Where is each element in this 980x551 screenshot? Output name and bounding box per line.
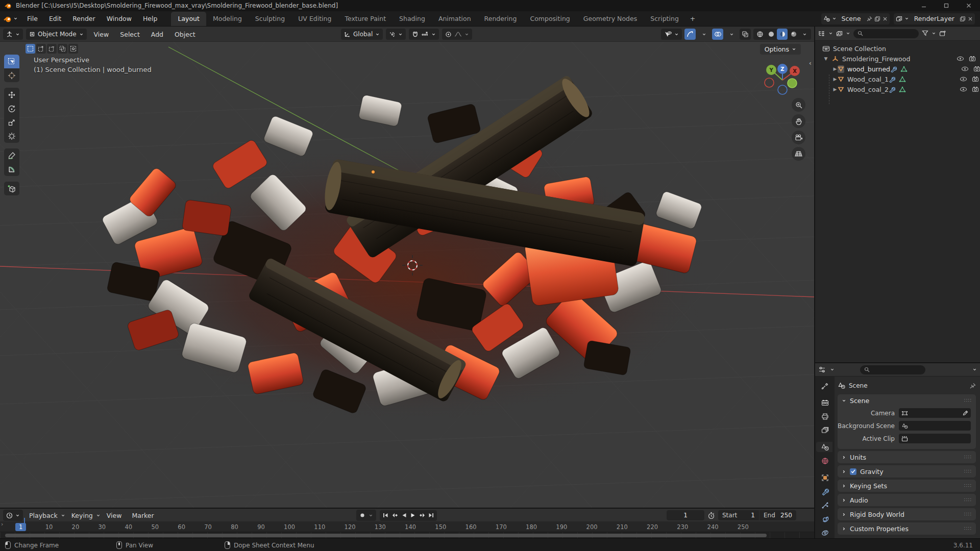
hide-eye-icon[interactable] (961, 66, 969, 72)
chevron-down-icon[interactable] (932, 31, 936, 36)
active-clip-field[interactable] (899, 434, 971, 443)
disable-render-camera-icon[interactable] (973, 66, 980, 72)
scene-collection-label[interactable]: Scene Collection (833, 45, 886, 53)
outliner-row-wood-coal-1[interactable]: ▶ Wood_coal_1 (815, 74, 980, 84)
menu-tl-view[interactable]: View (103, 510, 126, 521)
hide-eye-icon[interactable] (957, 56, 964, 62)
hide-eye-icon[interactable] (960, 76, 967, 82)
gravity-panel[interactable]: Gravity ········ (838, 465, 976, 478)
use-preview-range-stopwatch-icon[interactable] (707, 512, 715, 519)
scene-selector[interactable]: Scene (821, 13, 890, 24)
tool-add-cube[interactable] (4, 182, 19, 195)
modifier-wrench-icon[interactable] (889, 76, 895, 83)
rigid-body-world-panel[interactable]: Rigid Body World ········ (838, 508, 976, 520)
blender-app-menu-button[interactable] (0, 11, 21, 26)
minimize-button[interactable] (913, 0, 935, 11)
tool-measure[interactable] (4, 162, 19, 176)
gizmos-toggle[interactable] (684, 29, 696, 40)
timeline-editor-type-selector[interactable] (3, 510, 23, 521)
outliner-row-wood-burned[interactable]: ▶ wood_burned (815, 64, 980, 74)
select-mode-intersect-button[interactable] (68, 44, 78, 54)
unlink-scene-button[interactable] (883, 16, 888, 21)
tab-rendering[interactable]: Rendering (478, 12, 524, 26)
panel-grip[interactable]: ········ (964, 484, 972, 488)
collapse-arrow-icon[interactable]: ▼ (823, 56, 828, 61)
outliner-search-input[interactable] (866, 30, 915, 37)
remove-view-layer-button[interactable] (968, 16, 973, 21)
mode-selector[interactable]: Object Mode (26, 29, 87, 40)
menu-object[interactable]: Object (170, 29, 200, 40)
tool-transform[interactable] (4, 129, 19, 143)
mesh-data-icon[interactable] (899, 76, 906, 83)
snap-controls[interactable] (409, 29, 439, 40)
chevron-down-icon[interactable] (830, 367, 835, 372)
tab-render-properties[interactable] (817, 397, 832, 408)
tab-scene-properties[interactable] (817, 442, 832, 452)
menu-playback[interactable]: Playback (25, 510, 62, 521)
zoom-button[interactable] (792, 98, 805, 112)
gizmo-z-negative[interactable] (778, 85, 787, 94)
properties-options-dropdown[interactable] (972, 367, 977, 372)
tab-view-layer-properties[interactable] (817, 425, 832, 435)
disable-render-camera-icon[interactable] (969, 56, 976, 62)
select-mode-invert-button[interactable] (58, 44, 67, 54)
tab-animation[interactable]: Animation (432, 12, 478, 26)
navigation-gizmo[interactable]: Z Y X (757, 56, 803, 102)
tab-modifier-properties[interactable] (817, 487, 832, 497)
chevron-down-icon[interactable] (846, 31, 850, 36)
new-scene-button[interactable] (874, 16, 880, 22)
outliner-row-scene-collection[interactable]: Scene Collection (815, 43, 980, 54)
camera-field[interactable] (899, 408, 971, 418)
overlays-toggle[interactable] (712, 29, 723, 40)
display-mode-icon[interactable] (836, 30, 843, 37)
tool-rotate[interactable] (4, 102, 19, 115)
tab-geometry-nodes[interactable]: Geometry Nodes (577, 12, 644, 26)
properties-search-input[interactable] (872, 366, 921, 373)
outliner-editor-icon[interactable] (818, 30, 825, 37)
chevron-down-icon[interactable] (828, 31, 833, 36)
proportional-editing-controls[interactable] (442, 29, 472, 40)
expand-arrow-icon[interactable]: ▶ (832, 87, 838, 92)
new-collection-button[interactable] (939, 30, 946, 37)
timeline-horizontal-scrollbar[interactable] (5, 534, 767, 537)
tab-scripting[interactable]: Scripting (644, 12, 685, 26)
audio-panel[interactable]: Audio ········ (838, 494, 976, 506)
tab-modeling[interactable]: Modeling (206, 12, 249, 26)
xray-toggle[interactable] (740, 29, 751, 40)
tool-cursor[interactable] (4, 68, 19, 82)
gizmos-dropdown[interactable] (698, 29, 709, 40)
keying-sets-panel[interactable]: Keying Sets ········ (838, 480, 976, 492)
tab-output-properties[interactable] (817, 411, 832, 421)
menu-select[interactable]: Select (116, 29, 144, 40)
hide-eye-icon[interactable] (960, 86, 967, 92)
units-panel[interactable]: Units ········ (838, 451, 976, 463)
shading-dropdown[interactable] (799, 29, 810, 40)
menu-help[interactable]: Help (138, 13, 162, 24)
frame-start-field[interactable]: Start 1 (718, 510, 759, 520)
jump-to-end-button[interactable] (427, 511, 436, 520)
tab-object-properties[interactable] (817, 473, 832, 483)
menu-render[interactable]: Render (68, 13, 100, 24)
tool-select-box[interactable] (4, 55, 19, 68)
view-layer-selector[interactable]: RenderLayer (894, 13, 975, 24)
pivot-point-selector[interactable] (386, 29, 406, 40)
select-mode-new-button[interactable] (26, 44, 35, 54)
expand-arrow-icon[interactable]: ▶ (832, 66, 838, 71)
disable-render-camera-icon[interactable] (972, 86, 979, 92)
tab-world-properties[interactable] (817, 456, 832, 466)
tab-texture-paint[interactable]: Texture Paint (338, 12, 393, 26)
panel-grip[interactable]: ········ (964, 527, 972, 531)
properties-search[interactable] (860, 365, 925, 374)
tab-physics-properties[interactable] (817, 514, 832, 524)
play-button[interactable] (408, 511, 418, 520)
previous-keyframe-button[interactable] (390, 511, 399, 520)
tool-annotate[interactable] (4, 148, 19, 162)
menu-file[interactable]: File (22, 13, 42, 24)
tool-move[interactable] (4, 88, 19, 102)
gizmo-y-negative[interactable] (788, 79, 797, 88)
collection-label[interactable]: Smoldering_Firewood (842, 55, 910, 63)
camera-view-button[interactable] (792, 131, 805, 144)
play-reverse-button[interactable] (399, 511, 408, 520)
eyedropper-icon[interactable] (962, 410, 968, 416)
panel-grip[interactable]: ········ (964, 498, 972, 502)
